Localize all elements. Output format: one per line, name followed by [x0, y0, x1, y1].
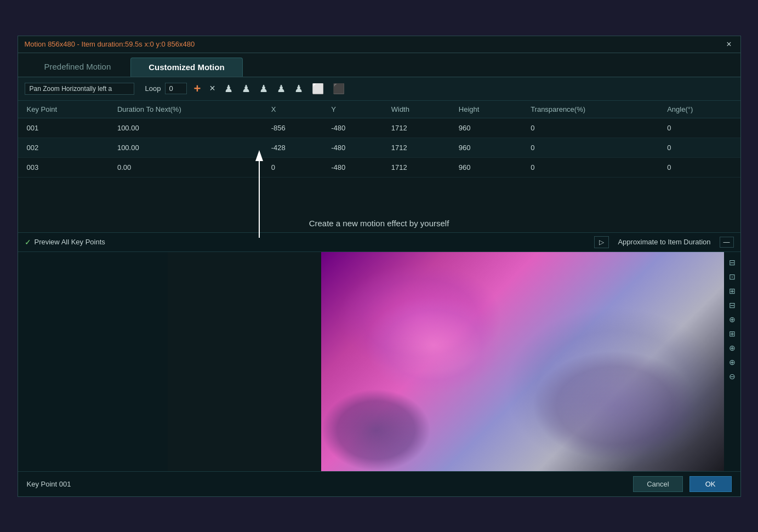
- cell-width: 1712: [383, 138, 450, 157]
- frame-icon-1[interactable]: ⬜: [310, 82, 326, 96]
- col-header-x: X: [263, 101, 323, 118]
- person-icon-5[interactable]: ♟: [292, 82, 305, 96]
- col-header-y: Y: [322, 101, 383, 118]
- tab-bar: Predefined Motion Customized Motion: [18, 53, 740, 77]
- keypoints-table-area: Key Point Duration To Next(%) X Y Width …: [18, 101, 740, 232]
- annotation-text: Create a new motion effect by yourself: [309, 219, 449, 228]
- align-right-button[interactable]: ⊡: [727, 271, 737, 283]
- cell-width: 1712: [383, 157, 450, 177]
- table-row[interactable]: 001100.00-856-480171296000: [18, 118, 740, 138]
- key-point-label: Key Point 001: [27, 480, 71, 488]
- col-header-keypoint: Key Point: [18, 101, 109, 118]
- person-icon-3[interactable]: ♟: [257, 82, 270, 96]
- add-keypoint-button[interactable]: +: [191, 81, 203, 97]
- col-header-duration: Duration To Next(%): [109, 101, 263, 118]
- zoom-out-button[interactable]: ⊖: [727, 370, 737, 382]
- cell-id: 003: [18, 157, 109, 177]
- cell-width: 1712: [383, 118, 450, 138]
- person-icon-1[interactable]: ♟: [222, 82, 235, 96]
- loop-input[interactable]: [165, 83, 187, 94]
- cell-id: 001: [18, 118, 109, 138]
- loop-label: Loop: [145, 84, 161, 93]
- bottom-bar: ✓ Preview All Key Points ▷ Approximate t…: [18, 232, 740, 252]
- person-icon-2[interactable]: ♟: [240, 82, 253, 96]
- preview-canvas: [321, 252, 724, 471]
- cell-height: 960: [450, 118, 522, 138]
- approx-label: Approximate to Item Duration: [618, 238, 710, 246]
- delete-keypoint-button[interactable]: ×: [207, 82, 218, 95]
- main-dialog: Motion 856x480 - Item duration:59.5s x:0…: [18, 36, 741, 497]
- col-header-angle: Angle(°): [658, 101, 740, 118]
- col-header-width: Width: [383, 101, 450, 118]
- tab-predefined[interactable]: Predefined Motion: [27, 58, 129, 77]
- side-tools: ⊟ ⊡ ⊞ ⊟ ⊕ ⊞ ⊕ ⊕ ⊖: [724, 252, 740, 471]
- check-icon: ✓: [25, 238, 31, 247]
- center-h-button[interactable]: ⊕: [727, 313, 737, 325]
- cell-y: -480: [322, 157, 383, 177]
- cell-angle: 0: [658, 157, 740, 177]
- cancel-button[interactable]: Cancel: [633, 476, 682, 492]
- cell-height: 960: [450, 157, 522, 177]
- cell-angle: 0: [658, 118, 740, 138]
- person-icon-4[interactable]: ♟: [275, 82, 288, 96]
- align-top-button[interactable]: ⊟: [727, 256, 737, 268]
- tab-customized[interactable]: Customized Motion: [130, 58, 242, 77]
- cell-y: -480: [322, 118, 383, 138]
- table-row[interactable]: 002100.00-428-480171296000: [18, 138, 740, 157]
- zoom-in-button[interactable]: ⊕: [727, 356, 737, 368]
- preview-check-label: Preview All Key Points: [35, 238, 105, 246]
- col-header-height: Height: [450, 101, 522, 118]
- cell-height: 960: [450, 138, 522, 157]
- title-bar: Motion 856x480 - Item duration:59.5s x:0…: [18, 36, 740, 53]
- preview-check-container[interactable]: ✓ Preview All Key Points: [25, 238, 105, 247]
- col-header-transparence: Transparence(%): [522, 101, 658, 118]
- arrow-icon: [226, 145, 292, 243]
- close-button[interactable]: ×: [724, 39, 733, 49]
- cell-duration: 100.00: [109, 118, 263, 138]
- table-row[interactable]: 0030.000-480171296000: [18, 157, 740, 177]
- align-left-button[interactable]: ⊟: [727, 299, 737, 311]
- center-v-button[interactable]: ⊞: [727, 328, 737, 340]
- cell-transparence: 0: [522, 157, 658, 177]
- cell-transparence: 0: [522, 118, 658, 138]
- keypoints-table: Key Point Duration To Next(%) X Y Width …: [18, 101, 740, 178]
- minus-button[interactable]: —: [720, 237, 734, 248]
- toolbar: Loop + × ♟ ♟ ♟ ♟ ♟ ⬜ ⬛: [18, 77, 740, 101]
- play-button[interactable]: ▷: [594, 236, 609, 248]
- cell-y: -480: [322, 138, 383, 157]
- preset-input[interactable]: [25, 83, 134, 95]
- footer-buttons: Cancel OK: [633, 476, 731, 492]
- cell-transparence: 0: [522, 138, 658, 157]
- align-bottom-button[interactable]: ⊞: [727, 285, 737, 297]
- cell-angle: 0: [658, 138, 740, 157]
- cell-x: -856: [263, 118, 323, 138]
- distribute-h-button[interactable]: ⊕: [727, 342, 737, 354]
- annotation-area: Create a new motion effect by yourself: [18, 178, 740, 232]
- title-text: Motion 856x480 - Item duration:59.5s x:0…: [25, 40, 195, 48]
- frame-icon-2[interactable]: ⬛: [330, 82, 347, 96]
- cell-id: 002: [18, 138, 109, 157]
- ok-button[interactable]: OK: [689, 476, 732, 492]
- footer: Key Point 001 Cancel OK: [18, 471, 740, 496]
- preview-area: ⊟ ⊡ ⊞ ⊟ ⊕ ⊞ ⊕ ⊕ ⊖: [18, 252, 740, 471]
